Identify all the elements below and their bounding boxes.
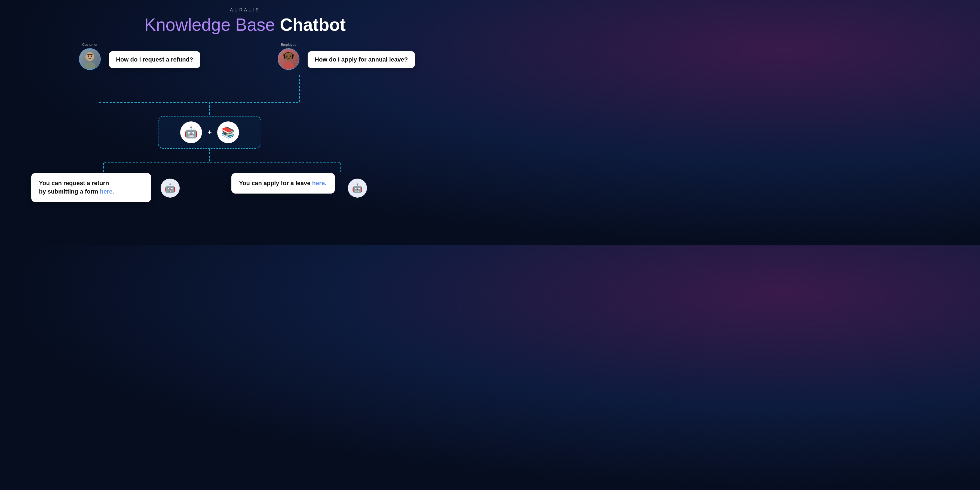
response-right-bubble: You can apply for a leave here.	[231, 173, 335, 194]
books-icon: 📚	[217, 121, 239, 143]
svg-point-2	[88, 56, 89, 57]
customer-label: Customer	[82, 43, 97, 46]
brand: AURALIS	[0, 0, 490, 13]
svg-point-6	[286, 56, 288, 57]
page-title: Knowledge Base Chatbot	[0, 15, 490, 34]
robot-icon: 🤖	[180, 121, 202, 143]
bot-icon-left: 🤖	[161, 178, 180, 197]
response-left-bubble: You can request a returnby submitting a …	[31, 173, 151, 202]
svg-point-0	[86, 52, 94, 61]
response-right-link[interactable]: here.	[312, 180, 327, 186]
ai-knowledge-box: 🤖 + 📚	[158, 116, 261, 149]
response-left-text: You can request a returnby submitting a …	[39, 180, 109, 195]
response-right-text: You can apply for a leave	[239, 180, 312, 186]
customer-avatar-wrap: Customer	[79, 43, 101, 70]
employee-question-bubble: How do I apply for annual leave?	[308, 51, 415, 68]
svg-point-3	[91, 56, 92, 57]
svg-point-4	[284, 52, 293, 61]
diagram: Customer How do I request a refund? Empl…	[0, 40, 490, 208]
customer-avatar	[79, 48, 101, 70]
customer-question-bubble: How do I request a refund?	[109, 51, 200, 68]
employee-label: Employee	[281, 43, 296, 46]
customer-question-text: How do I request a refund?	[116, 56, 193, 63]
employee-avatar	[278, 48, 299, 70]
plus-sign: +	[207, 128, 212, 137]
svg-point-1	[84, 62, 95, 68]
svg-point-7	[290, 56, 291, 57]
svg-point-5	[283, 62, 294, 68]
bot-icon-right: 🤖	[348, 178, 367, 197]
employee-question-text: How do I apply for annual leave?	[315, 56, 408, 63]
employee-avatar-wrap: Employee	[278, 43, 299, 70]
response-left-link[interactable]: here.	[100, 188, 115, 195]
